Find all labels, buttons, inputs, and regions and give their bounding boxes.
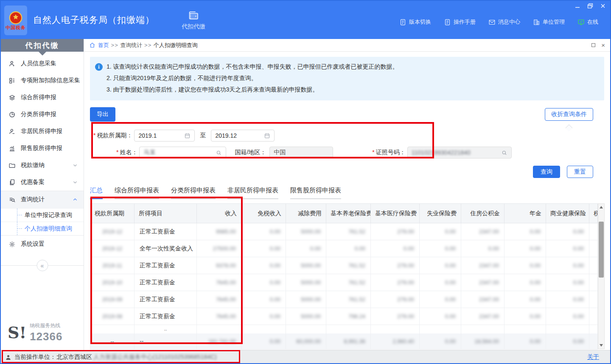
sidebar-subitem-label: 个人扣缴明细查询 bbox=[25, 225, 72, 233]
calendar-icon[interactable] bbox=[184, 133, 191, 139]
cell: 0.00 bbox=[286, 240, 326, 257]
cell: 2019-11 bbox=[90, 257, 135, 274]
breadcrumb-items: 首页 >> 查询统计 >> 个人扣缴明细查询 bbox=[98, 42, 198, 49]
breadcrumb-item-0[interactable]: 首页 bbox=[98, 42, 109, 48]
cell: 2,960.40 bbox=[371, 333, 420, 350]
table-row: 2019-11正常工资薪金9378.000.005000.00761.52279… bbox=[90, 257, 598, 274]
sidebar-item-系统设置[interactable]: 系统设置 bbox=[1, 236, 84, 253]
query-form: *税款所属期： 2019.1 至 2019.12 *姓名： bbox=[90, 129, 604, 159]
cell: 0.00 bbox=[504, 257, 546, 274]
menu-item-1[interactable]: 操作手册 bbox=[444, 18, 476, 26]
cell: 0.00 bbox=[420, 274, 461, 291]
cell: 9378.00 bbox=[197, 257, 241, 274]
sidebar-item-优惠备案[interactable]: 优惠备案 bbox=[1, 174, 84, 191]
breadcrumb-item-1[interactable]: 查询统计 bbox=[120, 42, 142, 48]
cell: 279.00 bbox=[371, 223, 420, 240]
cell: 0.00 bbox=[371, 240, 420, 257]
menu-item-3[interactable]: 单位管理 bbox=[533, 18, 565, 26]
cell: 0.00 bbox=[504, 333, 546, 350]
cell bbox=[326, 325, 371, 333]
period-from-value: 2019.1 bbox=[138, 132, 184, 139]
collapse-query-button[interactable]: 收折查询条件 bbox=[545, 108, 593, 121]
main-panel: 首页 >> 查询统计 >> 个人扣缴明细查询 × i 1. 该查询统计表仅能查询… bbox=[84, 39, 610, 350]
cell: -- bbox=[90, 333, 135, 350]
cell: 2019-12 bbox=[90, 240, 135, 257]
close-icon[interactable] bbox=[600, 3, 606, 9]
cell bbox=[589, 223, 598, 240]
period-from-input[interactable]: 2019.1 bbox=[134, 130, 195, 142]
nav-group-8: 查询统计单位申报记录查询个人扣缴明细查询 bbox=[1, 191, 84, 236]
tab-综合所得申报表[interactable]: 综合所得申报表 bbox=[115, 186, 159, 199]
cell: 7645.00 bbox=[197, 308, 241, 325]
manual-icon bbox=[444, 19, 451, 26]
cell: 2347.00 bbox=[461, 257, 504, 274]
cell: 279.00 bbox=[371, 257, 420, 274]
folder-icon bbox=[8, 162, 16, 169]
export-button[interactable]: 导出 bbox=[90, 107, 115, 122]
cell: 0.00 bbox=[420, 240, 461, 257]
vertical-scrollbar[interactable] bbox=[598, 203, 605, 349]
cell bbox=[90, 325, 135, 333]
name-input[interactable]: 马某 bbox=[139, 147, 226, 158]
app-header: 中国税务 自然人电子税务局（扣缴端） 代扣代缴 版本切换操作手册消息中心单位管理… bbox=[1, 1, 610, 39]
nav-group-3: 分类所得申报 bbox=[1, 106, 84, 123]
calendar-icon[interactable] bbox=[264, 133, 270, 139]
cell: 0.00 bbox=[504, 291, 546, 308]
search-icon[interactable] bbox=[216, 150, 222, 156]
sidebar-item-税款缴纳[interactable]: 税款缴纳 bbox=[1, 157, 84, 174]
scroll-down-arrow[interactable] bbox=[598, 342, 604, 349]
column-header-所得项目: 所得项目 bbox=[135, 204, 197, 223]
sidebar-item-查询统计[interactable]: 查询统计 bbox=[1, 191, 84, 208]
pane-close-icon[interactable]: × bbox=[601, 43, 605, 47]
vertical-scroll-thumb[interactable] bbox=[599, 222, 604, 278]
tab-非居民所得申报表[interactable]: 非居民所得申报表 bbox=[227, 186, 278, 199]
menu-item-4[interactable]: 在线 bbox=[577, 18, 598, 26]
info-icon: i bbox=[95, 63, 103, 71]
tab-汇总[interactable]: 汇总 bbox=[90, 186, 103, 199]
national-emblem-icon bbox=[8, 11, 23, 25]
table-row: 2019-12正常工资薪金9985.000.005000.00761.52279… bbox=[90, 223, 598, 240]
cell: 0.00 bbox=[420, 223, 461, 240]
sidebar-subitem-个人扣缴明细查询[interactable]: 个人扣缴明细查询 bbox=[1, 222, 84, 235]
breadcrumb-separator: >> bbox=[109, 42, 120, 48]
tab-分类所得申报表[interactable]: 分类所得申报表 bbox=[171, 186, 216, 199]
restore-icon[interactable] bbox=[587, 3, 593, 9]
about-link[interactable]: 关于 bbox=[587, 353, 606, 361]
query-button[interactable]: 查询 bbox=[533, 166, 560, 178]
cell bbox=[589, 308, 598, 325]
id-number-input[interactable]: 110102199304221840 bbox=[407, 147, 512, 158]
sidebar-item-人员信息采集[interactable]: 人员信息采集 bbox=[1, 55, 84, 72]
user-icon bbox=[8, 128, 16, 135]
hotline-label: 纳税服务热线 bbox=[30, 322, 62, 329]
pane-maximize-icon[interactable] bbox=[591, 43, 595, 47]
scroll-up-arrow[interactable] bbox=[598, 204, 604, 210]
minimize-icon[interactable] bbox=[575, 3, 580, 9]
search-icon[interactable] bbox=[501, 150, 507, 156]
pane-controls: × bbox=[591, 43, 605, 47]
reset-button[interactable]: 重置 bbox=[567, 166, 593, 178]
sidebar-item-非居民所得申报[interactable]: 非居民所得申报 bbox=[1, 123, 84, 140]
menu-item-0[interactable]: 版本切换 bbox=[399, 18, 431, 26]
cell: 5000.00 bbox=[286, 274, 326, 291]
column-header-基本医疗保险费: 基本医疗保险费 bbox=[371, 204, 420, 223]
cell: 全年一次性奖金收入 bbox=[135, 240, 197, 257]
sidebar-item-专项附加扣除信息采集[interactable]: 专项附加扣除信息采集 bbox=[1, 72, 84, 89]
menu-item-label: 单位管理 bbox=[543, 18, 565, 26]
period-to-input[interactable]: 2019.12 bbox=[211, 130, 275, 142]
menu-item-2[interactable]: 消息中心 bbox=[488, 18, 520, 26]
menu-item-label: 操作手册 bbox=[454, 18, 476, 26]
person-icon bbox=[8, 60, 16, 67]
sidebar-item-限售股所得申报[interactable]: 限售股所得申报 bbox=[1, 140, 84, 157]
module-tab-label: 代扣代缴 bbox=[182, 23, 205, 31]
layers-icon bbox=[8, 94, 16, 101]
sidebar-item-分类所得申报[interactable]: 分类所得申报 bbox=[1, 106, 84, 123]
pie-icon bbox=[8, 111, 16, 118]
tab-限售股所得申报表[interactable]: 限售股所得申报表 bbox=[290, 186, 341, 199]
cell: 0.00 bbox=[546, 291, 589, 308]
name-label: 姓名： bbox=[120, 149, 137, 156]
module-tab-daikou[interactable]: 代扣代缴 bbox=[182, 9, 205, 31]
sidebar-item-综合所得申报[interactable]: 综合所得申报 bbox=[1, 89, 84, 106]
cell: 161,741.00 bbox=[197, 333, 241, 350]
sidebar-subitem-单位申报记录查询[interactable]: 单位申报记录查询 bbox=[1, 208, 84, 222]
sidebar-collapse-button[interactable]: « bbox=[36, 260, 48, 271]
